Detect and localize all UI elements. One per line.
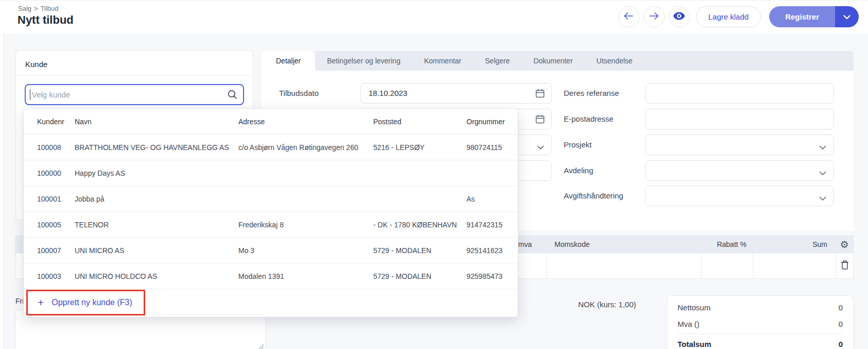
mva-row: Mva () 0 [678,315,843,332]
tab-selgere[interactable]: Selgere [473,51,522,71]
back-button[interactable] [618,6,639,27]
col-rabatt[interactable]: Rabatt % [701,236,753,253]
forward-button[interactable] [644,6,665,27]
cell-delete[interactable] [836,253,853,278]
cell-poststed: 5729 - MODALEN [373,272,466,280]
header-navn: Navn [75,118,238,126]
avdeling-select[interactable] [645,160,834,181]
customer-row-100000[interactable]: 100000 Happy Days AS [24,160,518,186]
customer-dropdown-header: Kundenr Navn Adresse Poststed Orgnummer [24,109,518,135]
save-draft-label: Lagre kladd [708,12,749,21]
tab-betingelser-og-levering[interactable]: Betingelser og levering [315,51,412,71]
header: Salg>Tilbud Nytt tilbud Lagre kladd [0,1,868,34]
kunde-panel-title: Kunde [16,51,253,75]
arrow-left-icon [623,12,634,22]
create-new-customer-label: Opprett ny kunde (F3) [51,298,132,307]
calendar-icon[interactable] [535,114,545,126]
customer-row-100001[interactable]: 100001 Jobba på As [24,186,518,212]
chevron-down-icon [819,143,826,152]
cell-adresse: Mo 3 [238,246,373,255]
tab-detaljer[interactable]: Detaljer [262,51,315,71]
preview-button[interactable] [669,6,690,27]
cell-adresse: Modalen 1391 [238,272,373,280]
cell-sum[interactable] [753,253,836,278]
tab-label: Selgere [485,57,510,65]
customer-row-100008[interactable]: 100008 BRATTHOLMEN VEG- OG HAVNEANLEGG A… [24,135,518,160]
calendar-icon[interactable] [535,89,545,100]
avgiftshandtering-select[interactable] [645,186,834,206]
register-split-button: Registrer [769,6,859,27]
col-momskode[interactable]: Momskode [546,236,701,253]
tab-dokumenter[interactable]: Dokumenter [522,51,584,71]
deres-referanse-input[interactable] [645,83,834,104]
breadcrumb-separator: > [34,5,38,12]
cell-kundenr: 100001 [37,195,75,203]
header-poststed: Poststed [373,118,466,126]
breadcrumb-tilbud[interactable]: Tilbud [41,5,59,12]
save-draft-button[interactable]: Lagre kladd [696,6,761,27]
cell-kundenr: 100008 [37,143,75,152]
cell-kundenr: 100003 [37,272,75,280]
tilbudsdato-field[interactable]: 18.10.2023 [360,83,552,104]
tab-label: Dokumenter [533,57,572,65]
tab-label: Betingelser og levering [327,57,400,65]
col-sum[interactable]: Sum [753,236,836,253]
epostadresse-label: E-postadresse [564,109,614,129]
cell-poststed: 5216 - LEPSØY [373,143,466,152]
cell-orgnummer: 980724115 [466,143,508,152]
chevron-down-icon [537,143,544,152]
customer-row-100005[interactable]: 100005 TELENOR Frederikskaj 8 - DK - 178… [24,212,518,238]
register-label: Registrer [785,12,819,21]
customer-row-100003[interactable]: 100003 UNI MICRO HOLDCO AS Modalen 1391 … [24,263,518,289]
breadcrumb-salg[interactable]: Salg [18,5,31,12]
text-cursor [30,89,30,100]
cell-navn: Happy Days AS [75,169,238,177]
register-dropdown-button[interactable] [835,6,859,27]
cell-navn: UNI MICRO AS [75,246,238,255]
nettosum-row: Nettosum 0 [678,299,843,315]
col-settings[interactable]: ⚙ [836,236,853,253]
mva-value: 0 [839,320,843,328]
prosjekt-select[interactable] [645,135,834,155]
customer-dropdown: Kundenr Navn Adresse Poststed Orgnummer … [24,109,518,317]
tab-utsendelse[interactable]: Utsendelse [585,51,645,71]
cell-rabatt[interactable] [701,253,753,278]
trash-icon[interactable] [841,260,849,272]
customer-search-input[interactable] [25,84,244,105]
tilbudsdato-value: 18.10.2023 [369,84,407,103]
cell-orgnummer: 925985473 [466,272,508,280]
customer-row-100007[interactable]: 100007 UNI MICRO AS Mo 3 5729 - MODALEN … [24,238,518,263]
totalsum-value: 0 [839,340,843,348]
resize-handle-icon[interactable] [258,342,264,349]
page: Salg>Tilbud Nytt tilbud Lagre kladd [0,0,868,349]
cell-kundenr: 100007 [37,246,75,255]
nettosum-label: Nettosum [678,303,710,312]
divider [678,334,843,334]
left-edge-divider [3,5,4,349]
avdeling-label: Avdeling [564,160,593,181]
prosjekt-label: Prosjekt [564,135,592,155]
cell-kundenr: 100005 [37,221,75,229]
tab-label: Utsendelse [597,57,633,65]
avgiftshandtering-label: Avgiftshåndtering [564,186,623,206]
page-title: Nytt tilbud [18,13,74,27]
register-button[interactable]: Registrer [769,6,835,27]
header-orgnummer: Orgnummer [466,118,508,126]
arrow-right-icon [649,12,659,22]
chevron-down-icon [843,12,850,22]
cell-momskode[interactable] [546,253,701,278]
epostadresse-input[interactable] [645,109,834,129]
totalsum-label: Totalsum [678,340,711,348]
cell-poststed: - DK - 1780 KØBENHAVN [373,221,466,229]
divider [16,75,253,76]
cell-adresse: c/o Asbjørn Vågen Røtingavegen 260 [238,143,373,152]
create-new-customer-button[interactable]: + Opprett ny kunde (F3) [24,289,518,316]
tilbudsdato-label: Tilbudsdato [279,83,319,104]
totalsum-row: Totalsum 0 [678,336,843,349]
gear-icon[interactable]: ⚙ [840,240,848,250]
deres-referanse-label: Deres referanse [564,83,619,104]
plus-icon: + [38,296,44,309]
breadcrumb: Salg>Tilbud [18,5,59,12]
cell-navn: Jobba på [75,195,238,203]
tab-kommentar[interactable]: Kommentar [412,51,473,71]
